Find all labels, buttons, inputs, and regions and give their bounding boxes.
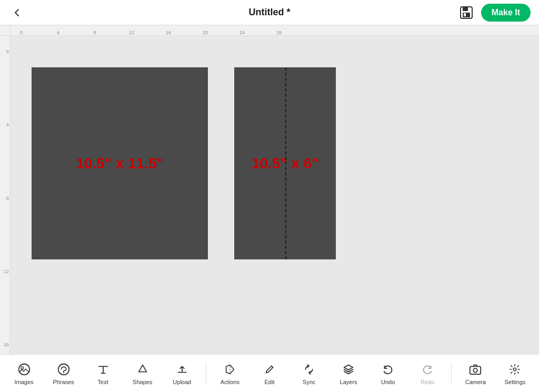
svg-rect-3 bbox=[464, 13, 466, 16]
sync-label: Sync bbox=[303, 379, 315, 385]
header: Untitled * Make It bbox=[0, 0, 539, 25]
toolbar-redo[interactable]: Redo bbox=[412, 360, 443, 387]
toolbar-text[interactable]: Text bbox=[87, 360, 119, 387]
redo-label: Redo bbox=[421, 379, 434, 385]
canvas-scroll[interactable]: 10.5" x 11.5" 10.5" x 6" bbox=[11, 36, 539, 354]
svg-point-5 bbox=[21, 366, 23, 369]
layers-label: Layers bbox=[340, 379, 357, 385]
ruler-tick: 12 bbox=[129, 30, 134, 35]
canvas-area: 0 4 8 12 16 20 24 28 0 4 8 12 16 1 bbox=[0, 25, 539, 354]
toolbar: Images Phrases Text Shapes bbox=[0, 354, 539, 392]
toolbar-settings[interactable]: Settings bbox=[499, 360, 531, 387]
cut-line bbox=[285, 67, 286, 259]
ruler-tick: 8 bbox=[94, 30, 96, 35]
ruler-left: 0 4 8 12 16 bbox=[0, 36, 11, 354]
ruler-tick: 16 bbox=[166, 30, 171, 35]
settings-label: Settings bbox=[505, 379, 526, 385]
svg-point-9 bbox=[474, 368, 477, 372]
document-title: Untitled * bbox=[249, 7, 291, 18]
edit-label: Edit bbox=[264, 379, 274, 385]
mat-panel-1[interactable]: 10.5" x 11.5" bbox=[32, 67, 208, 259]
undo-label: Undo bbox=[381, 379, 395, 385]
canvas-content: 10.5" x 11.5" 10.5" x 6" bbox=[32, 67, 336, 259]
svg-rect-1 bbox=[463, 7, 468, 11]
camera-label: Camera bbox=[465, 379, 486, 385]
svg-point-10 bbox=[514, 368, 517, 371]
toolbar-layers[interactable]: Layers bbox=[333, 360, 364, 387]
toolbar-camera[interactable]: Camera bbox=[460, 360, 491, 387]
actions-icon bbox=[223, 362, 237, 377]
toolbar-actions[interactable]: Actions bbox=[214, 360, 246, 387]
toolbar-phrases[interactable]: Phrases bbox=[48, 360, 79, 387]
toolbar-upload[interactable]: Upload bbox=[166, 360, 198, 387]
make-it-button[interactable]: Make It bbox=[481, 4, 531, 22]
toolbar-shapes[interactable]: Shapes bbox=[127, 360, 158, 387]
svg-rect-8 bbox=[470, 366, 481, 374]
upload-icon bbox=[175, 362, 189, 377]
edit-icon bbox=[262, 362, 277, 377]
mat-panel-2[interactable]: 10.5" x 6" bbox=[234, 67, 336, 259]
settings-icon bbox=[507, 362, 522, 377]
mat1-label: 10.5" x 11.5" bbox=[76, 155, 164, 172]
images-label: Images bbox=[14, 379, 33, 385]
text-label: Text bbox=[98, 379, 108, 385]
ruler-top: 0 4 8 12 16 20 24 28 bbox=[11, 25, 539, 36]
sync-icon bbox=[302, 362, 316, 377]
shapes-icon bbox=[135, 362, 150, 377]
ruler-tick: 4 bbox=[57, 30, 59, 35]
ruler-tick: 28 bbox=[276, 30, 282, 35]
toolbar-sync[interactable]: Sync bbox=[293, 360, 325, 387]
text-icon bbox=[96, 362, 111, 377]
phrases-icon bbox=[56, 362, 71, 377]
toolbar-edit[interactable]: Edit bbox=[254, 360, 285, 387]
toolbar-divider-1 bbox=[206, 363, 206, 384]
header-actions: Make It bbox=[458, 4, 531, 22]
save-button[interactable] bbox=[458, 4, 475, 21]
ruler-tick: 0 bbox=[20, 30, 23, 35]
shapes-label: Shapes bbox=[133, 379, 152, 385]
ruler-tick: 24 bbox=[239, 30, 245, 35]
toolbar-images[interactable]: Images bbox=[8, 360, 40, 387]
phrases-label: Phrases bbox=[53, 379, 74, 385]
layers-icon bbox=[341, 362, 356, 377]
actions-label: Actions bbox=[221, 379, 239, 385]
ruler-tick: 20 bbox=[203, 30, 208, 35]
toolbar-undo[interactable]: Undo bbox=[372, 360, 404, 387]
svg-point-7 bbox=[63, 372, 64, 373]
images-icon bbox=[17, 362, 32, 377]
camera-icon bbox=[468, 362, 483, 377]
toolbar-divider-2 bbox=[451, 363, 452, 384]
back-button[interactable] bbox=[8, 4, 25, 21]
redo-icon bbox=[420, 362, 435, 377]
svg-point-4 bbox=[18, 364, 29, 374]
undo-icon bbox=[381, 362, 395, 377]
upload-label: Upload bbox=[173, 379, 191, 385]
